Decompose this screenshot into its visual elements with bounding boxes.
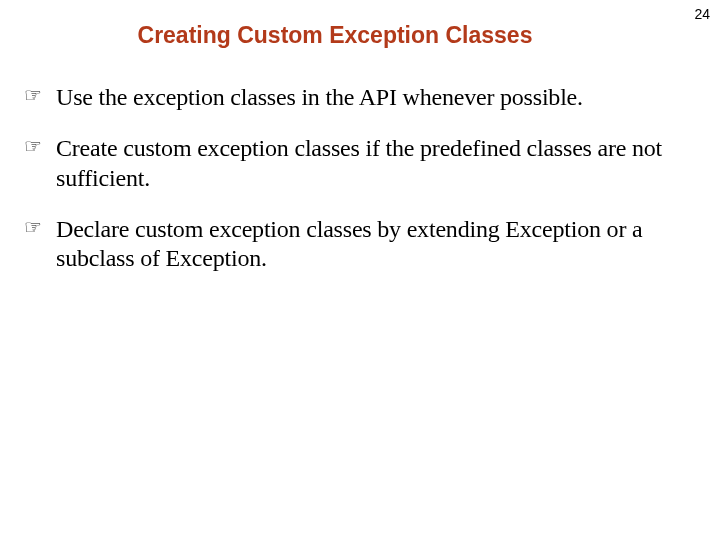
slide-title: Creating Custom Exception Classes — [0, 0, 720, 49]
page-number: 24 — [694, 6, 710, 22]
pointing-hand-icon: ☞ — [24, 85, 42, 105]
bullet-text: Use the exception classes in the API whe… — [56, 83, 583, 112]
pointing-hand-icon: ☞ — [24, 136, 42, 156]
bullet-text: Declare custom exception classes by exte… — [56, 215, 680, 274]
list-item: ☞ Use the exception classes in the API w… — [24, 83, 680, 112]
bullet-text: Create custom exception classes if the p… — [56, 134, 680, 193]
bullet-list: ☞ Use the exception classes in the API w… — [0, 83, 720, 273]
list-item: ☞ Declare custom exception classes by ex… — [24, 215, 680, 274]
pointing-hand-icon: ☞ — [24, 217, 42, 237]
list-item: ☞ Create custom exception classes if the… — [24, 134, 680, 193]
